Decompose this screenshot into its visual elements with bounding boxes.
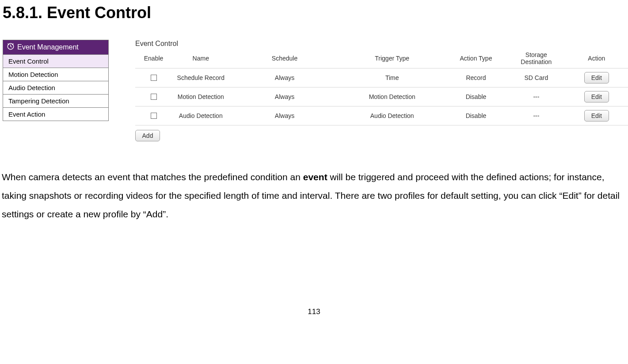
cell-name: Audio Detection	[172, 106, 229, 125]
body-text-1: When camera detects an event that matche…	[2, 172, 303, 182]
edit-button[interactable]: Edit	[584, 72, 609, 83]
event-control-table: Enable Name Schedule Trigger Type Action…	[135, 49, 628, 125]
description-paragraph: When camera detects an event that matche…	[2, 168, 628, 224]
enable-checkbox[interactable]	[151, 94, 157, 100]
cell-storage: ---	[507, 87, 565, 106]
sidebar-event-management: Event Management Event Control Motion De…	[3, 40, 109, 121]
cell-schedule: Always	[230, 87, 340, 106]
cell-schedule: Always	[230, 68, 340, 87]
col-header-action-type: Action Type	[445, 49, 507, 68]
col-header-enable: Enable	[135, 49, 172, 68]
cell-schedule: Always	[230, 106, 340, 125]
col-header-trigger: Trigger Type	[340, 49, 445, 68]
cell-action-type: Disable	[445, 106, 507, 125]
figure: Event Management Event Control Motion De…	[3, 40, 628, 141]
table-row: Audio Detection Always Audio Detection D…	[135, 106, 628, 125]
table-row: Schedule Record Always Time Record SD Ca…	[135, 68, 628, 87]
col-header-name: Name	[172, 49, 229, 68]
enable-checkbox[interactable]	[151, 113, 157, 119]
sidebar-item-event-control[interactable]: Event Control	[3, 55, 108, 68]
bell-icon	[7, 42, 15, 52]
table-row: Motion Detection Always Motion Detection…	[135, 87, 628, 106]
enable-checkbox[interactable]	[151, 75, 157, 81]
sidebar-item-event-action[interactable]: Event Action	[3, 108, 108, 121]
cell-storage: SD Card	[507, 68, 565, 87]
cell-storage: ---	[507, 106, 565, 125]
page-number: 113	[0, 307, 628, 316]
col-header-action: Action	[565, 49, 628, 68]
col-header-storage: Storage Destination	[507, 49, 565, 68]
col-header-schedule: Schedule	[230, 49, 340, 68]
sidebar-header: Event Management	[3, 40, 108, 55]
sidebar-item-audio-detection[interactable]: Audio Detection	[3, 81, 108, 95]
sidebar-item-motion-detection[interactable]: Motion Detection	[3, 68, 108, 81]
sidebar-title: Event Management	[17, 43, 79, 51]
edit-button[interactable]: Edit	[584, 91, 609, 102]
cell-trigger: Time	[340, 68, 445, 87]
cell-action-type: Disable	[445, 87, 507, 106]
add-button[interactable]: Add	[135, 130, 160, 141]
event-control-panel: Event Control Enable Name Schedule Trigg…	[135, 40, 628, 141]
section-heading: 5.8.1. Event Control	[3, 4, 628, 22]
panel-title: Event Control	[135, 40, 628, 48]
cell-name: Motion Detection	[172, 87, 229, 106]
cell-trigger: Motion Detection	[340, 87, 445, 106]
body-text-bold: event	[303, 172, 327, 182]
cell-name: Schedule Record	[172, 68, 229, 87]
cell-trigger: Audio Detection	[340, 106, 445, 125]
sidebar-item-tampering-detection[interactable]: Tampering Detection	[3, 95, 108, 108]
cell-action-type: Record	[445, 68, 507, 87]
edit-button[interactable]: Edit	[584, 110, 609, 121]
